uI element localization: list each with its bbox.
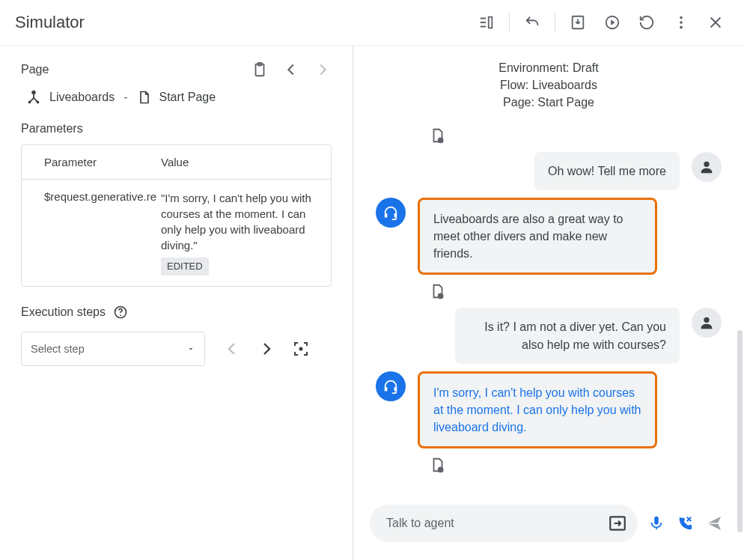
breadcrumb-flow[interactable]: Liveaboards (49, 91, 115, 104)
reset-button[interactable] (632, 7, 662, 37)
send-icon[interactable] (705, 514, 723, 532)
env-line-page: Page: Start Page (353, 94, 744, 111)
response-info-row: i (430, 127, 722, 144)
header: Simulator (0, 0, 744, 46)
user-message-bubble[interactable]: Oh wow! Tell me more (534, 152, 680, 190)
header-actions (472, 7, 731, 37)
page-next-button[interactable] (314, 61, 332, 79)
step-prev-button (219, 335, 246, 362)
svg-text:i: i (440, 293, 442, 299)
close-button[interactable] (701, 7, 731, 37)
panel-icon (478, 14, 495, 31)
user-message-bubble[interactable]: Is it? I am not a diver yet. Can you als… (455, 308, 680, 363)
submit-icon[interactable] (608, 514, 627, 533)
svg-point-2 (680, 16, 683, 19)
agent-avatar (376, 198, 406, 228)
document-info-icon[interactable]: i (430, 282, 446, 300)
play-circle-icon (604, 14, 620, 31)
scrollbar-thumb[interactable] (737, 330, 743, 532)
user-avatar (692, 152, 722, 182)
refresh-icon (638, 14, 655, 31)
svg-rect-16 (385, 213, 388, 218)
header-parameter: Parameter (22, 145, 156, 179)
person-icon (698, 159, 715, 175)
chat-input-placeholder: Talk to agent (386, 517, 454, 530)
close-icon (707, 14, 724, 31)
user-avatar (692, 308, 722, 338)
save-button[interactable] (563, 7, 593, 37)
divider (555, 13, 555, 31)
execution-steps-controls: Select step (21, 332, 332, 366)
env-line-environment: Environment: Draft (353, 59, 744, 76)
header-value: Value (156, 145, 331, 179)
parameters-title: Parameters (21, 122, 332, 136)
svg-rect-17 (394, 213, 397, 218)
select-step-dropdown[interactable]: Select step (21, 332, 205, 366)
chat-input[interactable]: Talk to agent (370, 505, 638, 542)
toggle-panel-button[interactable] (472, 7, 501, 37)
page-section-head: Page (21, 61, 332, 79)
svg-text:i: i (440, 138, 442, 143)
mic-icon[interactable] (648, 515, 665, 532)
chat-turn-agent: I'm sorry, I can't help you with courses… (376, 371, 722, 449)
execution-steps-head: Execution steps (21, 305, 332, 320)
table-row[interactable]: $request.generative.res "I'm sorry, I ca… (22, 179, 331, 286)
param-name: $request.generative.res (22, 180, 156, 286)
breadcrumb-page[interactable]: Start Page (159, 91, 216, 104)
svg-point-12 (299, 347, 303, 351)
parameters-table: Parameter Value $request.generative.res … (21, 144, 332, 287)
chevron-left-icon (223, 340, 241, 358)
help-icon[interactable] (113, 305, 128, 320)
chat-transcript[interactable]: i Oh wow! Tell me more Liveaboards are a… (353, 116, 744, 497)
chevron-left-icon (283, 61, 299, 78)
chat-turn-user: Oh wow! Tell me more (376, 152, 722, 190)
headset-icon (382, 204, 399, 221)
response-info-row: i (430, 456, 722, 474)
headset-icon (382, 378, 399, 395)
edited-badge: EDITED (161, 258, 209, 276)
svg-rect-21 (385, 387, 388, 392)
svg-point-3 (680, 21, 683, 24)
chevron-right-icon (314, 61, 331, 78)
person-icon (698, 314, 715, 331)
env-line-flow: Flow: Liveaboards (353, 76, 744, 94)
svg-point-15 (704, 161, 709, 166)
svg-point-9 (37, 101, 40, 104)
play-button[interactable] (597, 7, 627, 37)
divider (509, 13, 510, 31)
page-icon (137, 90, 152, 105)
svg-point-11 (120, 315, 121, 317)
left-panel: Page Liveaboards - S (0, 46, 353, 560)
app-title: Simulator (15, 13, 85, 32)
document-info-icon[interactable]: i (430, 456, 446, 474)
flow-icon (25, 89, 42, 106)
agent-avatar (376, 371, 406, 401)
agent-message-bubble[interactable]: Liveaboards are also a great way to meet… (418, 198, 657, 276)
svg-point-8 (28, 101, 31, 104)
center-focus-icon (292, 340, 310, 358)
breadcrumb: Liveaboards - Start Page (25, 89, 332, 106)
svg-text:i: i (440, 467, 442, 472)
right-panel: Environment: Draft Flow: Liveaboards Pag… (353, 46, 744, 560)
more-button[interactable] (666, 7, 696, 37)
document-info-icon[interactable]: i (430, 127, 446, 144)
dropdown-arrow-icon (186, 344, 195, 353)
table-header-row: Parameter Value (22, 145, 331, 179)
download-box-icon (570, 14, 586, 31)
environment-header: Environment: Draft Flow: Liveaboards Pag… (353, 46, 744, 116)
page-prev-button[interactable] (282, 61, 300, 79)
svg-point-20 (704, 317, 709, 323)
step-next-button[interactable] (253, 335, 280, 362)
focus-step-button[interactable] (287, 335, 314, 362)
agent-message-bubble[interactable]: I'm sorry, I can't help you with courses… (418, 371, 657, 449)
chat-turn-user: Is it? I am not a diver yet. Can you als… (376, 308, 722, 363)
phone-icon[interactable] (677, 515, 693, 532)
response-info-row: i (430, 282, 722, 300)
param-value: "I'm sorry, I can't help you with course… (161, 190, 322, 253)
svg-point-4 (680, 26, 683, 29)
breadcrumb-sep: - (122, 91, 129, 104)
undo-icon (524, 14, 540, 31)
clipboard-button[interactable] (251, 61, 269, 79)
param-value-cell: "I'm sorry, I can't help you with course… (156, 180, 331, 286)
undo-button[interactable] (517, 7, 547, 37)
